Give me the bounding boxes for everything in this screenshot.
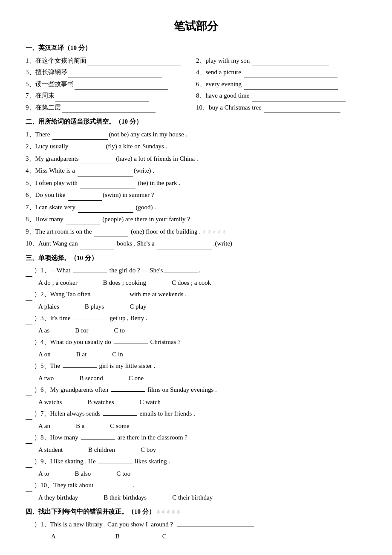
corr-c-label: C bbox=[162, 531, 167, 542]
choice-4b: B at bbox=[76, 349, 87, 360]
mc-num-2: ）2、Wang Tao often bbox=[34, 289, 90, 300]
mc-paren-6 bbox=[26, 384, 32, 396]
corr-abc-1: A B C bbox=[51, 531, 366, 542]
choice-10b: B their birthdays bbox=[104, 492, 147, 503]
s2-item2: 2、Lucy usually (fly) a kite on Sundays . bbox=[26, 141, 366, 152]
mc-choices-7: A an B a C some bbox=[38, 421, 366, 432]
corr-num-1: ）1、 bbox=[34, 519, 50, 530]
mc-num-9: ）9、I like skating . He bbox=[34, 456, 96, 467]
s2-item8: 8、How many (people) are there in your fa… bbox=[26, 214, 366, 225]
section1-row2: 3、擅长弹钢琴 4、send a picture bbox=[26, 67, 366, 78]
section1-item5: 5、读一些故事书 bbox=[26, 79, 196, 90]
section1-row3: 5、读一些故事书 6、every evening bbox=[26, 79, 366, 90]
section1-item9: 9、在第二层 bbox=[26, 102, 196, 113]
choice-5a: A two bbox=[38, 373, 54, 384]
mc-q2: ）2、Wang Tao often with me at weekends . bbox=[26, 289, 366, 301]
watermark-1: ※ ※ ※ ※ ※ bbox=[202, 229, 226, 234]
mc-num-7: ）7、Helen always sends bbox=[34, 408, 101, 419]
section4-title: 四、找出下列每句中的错误并改正。（10 分） ※ ※ ※ ※ ※ bbox=[26, 506, 366, 517]
mc-choices-9: A to B also C too bbox=[38, 468, 366, 480]
blank-3-1a bbox=[73, 272, 107, 272]
blank-1-5 bbox=[75, 89, 168, 90]
s2-item1: 1、There (not be) any cats in my house . bbox=[26, 129, 366, 140]
mc-q1: ）1、---What the girl do ? ---She's . bbox=[26, 265, 366, 277]
s2-item5: 5、I often play with (he) in the park . bbox=[26, 178, 366, 189]
choice-6b: B watches bbox=[87, 397, 114, 408]
mc-num-8: ）8、How many bbox=[34, 432, 78, 443]
section1-item10: 10、buy a Christmas tree bbox=[196, 102, 366, 113]
s2-item9: 9、The art room is on the (one) floor of … bbox=[26, 226, 366, 237]
blank-3-10 bbox=[96, 487, 130, 487]
choice-3b: B for bbox=[75, 325, 88, 336]
corr-sentence-1: This is a new library . Can you show I a… bbox=[50, 519, 173, 530]
blank-3-1b bbox=[164, 272, 198, 272]
choice-7b: B a bbox=[76, 421, 84, 432]
mc-paren-7 bbox=[26, 408, 32, 420]
choice-8b: B children bbox=[88, 445, 115, 456]
choice-10a: A they birthday bbox=[38, 492, 78, 503]
blank-3-4 bbox=[114, 344, 148, 344]
mc-num-4: ）4、What do you usually do bbox=[34, 337, 111, 348]
s2-item6: 6、Do you like (swim) in summer ? bbox=[26, 190, 366, 201]
mc-q8: ）8、How many are there in the classroom ? bbox=[26, 432, 366, 444]
blank-3-2 bbox=[93, 296, 127, 296]
choice-7a: A an bbox=[38, 421, 50, 432]
corr-answer-1 bbox=[177, 526, 254, 526]
blank-1-1 bbox=[87, 66, 181, 66]
mc-choices-2: A plaies B plays C play bbox=[38, 301, 366, 312]
mc-q10: ）10、They talk about . bbox=[26, 480, 366, 491]
blank-2-1 bbox=[52, 139, 108, 140]
mc-choices-5: A two B second C one bbox=[38, 373, 366, 384]
blank-2-7 bbox=[78, 212, 133, 213]
page-title: 笔试部分 bbox=[26, 17, 366, 36]
choice-10c: C their birthday bbox=[172, 492, 213, 503]
mc-paren-4 bbox=[26, 337, 32, 348]
choice-9b: B also bbox=[75, 468, 91, 480]
section1-title: 一、英汉互译（10 分） bbox=[26, 43, 366, 54]
blank-1-2 bbox=[252, 66, 329, 66]
choice-5b: B second bbox=[79, 373, 103, 384]
mc-q6: ）6、My grandparents often films on Sunday… bbox=[26, 384, 366, 396]
blank-1-10 bbox=[264, 113, 340, 113]
s2-item3: 3、My grandparents (have) a lot of friend… bbox=[26, 153, 366, 165]
choice-4c: C in bbox=[112, 349, 123, 360]
mc-paren-9 bbox=[26, 456, 32, 468]
section1-row4: 7、在周末 8、have a good time bbox=[26, 90, 366, 101]
underline-this: This bbox=[50, 521, 62, 528]
choice-6a: A watchs bbox=[38, 397, 62, 408]
blank-2-10b bbox=[157, 249, 212, 249]
choice-5c: C one bbox=[129, 373, 144, 384]
choice-8a: A student bbox=[38, 445, 63, 456]
section1-item6: 6、every evening bbox=[196, 79, 366, 90]
watermark-2: ※ ※ ※ ※ ※ bbox=[155, 509, 180, 515]
blank-2-3 bbox=[81, 164, 115, 164]
section1-item4: 4、send a picture bbox=[196, 67, 366, 78]
blank-2-6 bbox=[68, 200, 102, 201]
section1-item3: 3、擅长弹钢琴 bbox=[26, 67, 196, 78]
section1-item1: 1、在这个女孩的前面 bbox=[26, 55, 196, 66]
section3-title: 三、单项选择。（10 分） bbox=[26, 253, 366, 264]
choice-3c: C to bbox=[114, 325, 125, 336]
section1-item2: 2、play with my son bbox=[196, 55, 366, 66]
mc-choices-10: A they birthday B their birthdays C thei… bbox=[38, 492, 366, 503]
choice-1b: B does ; cooking bbox=[103, 278, 146, 289]
blank-1-7 bbox=[55, 101, 149, 101]
correction-q1: ）1、 This is a new library . Can you show… bbox=[26, 519, 366, 531]
mc-q3: ）3、It's time get up , Betty . bbox=[26, 313, 366, 324]
blank-2-10a bbox=[80, 249, 114, 249]
section1-item8: 8、have a good time bbox=[196, 90, 366, 101]
mc-choices-1: A do ; a cooker B does ; cooking C does … bbox=[38, 278, 366, 289]
mc-choices-4: A on B at C in bbox=[38, 349, 366, 360]
blank-3-7 bbox=[103, 415, 137, 416]
blank-2-8 bbox=[66, 225, 100, 225]
choice-6c: C watch bbox=[140, 397, 161, 408]
mc-choices-8: A student B children C boy bbox=[38, 445, 366, 456]
choice-7c: C some bbox=[110, 421, 129, 432]
mc-choices-6: A watchs B watches C watch bbox=[38, 397, 366, 408]
s2-item10: 10、Aunt Wang can books . She's a .(write… bbox=[26, 238, 366, 249]
blank-3-8 bbox=[81, 439, 115, 439]
blank-3-6 bbox=[111, 391, 145, 392]
section1-row5: 9、在第二层 10、buy a Christmas tree bbox=[26, 102, 366, 113]
mc-q9: ）9、I like skating . He likes skating . bbox=[26, 456, 366, 468]
blank-3-9 bbox=[98, 463, 133, 463]
